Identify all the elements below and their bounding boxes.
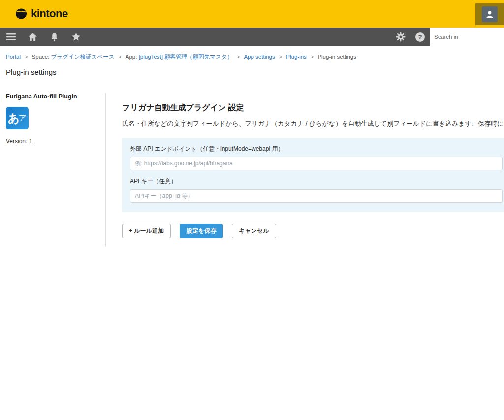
global-navbar: ?	[0, 28, 504, 46]
help-icon[interactable]: ?	[415, 32, 425, 42]
breadcrumb-link-space[interactable]: プラグイン検証スペース	[51, 54, 115, 60]
breadcrumb-separator: >	[118, 54, 121, 60]
breadcrumb-separator: >	[25, 54, 28, 60]
breadcrumb-link-plugins[interactable]: Plug-ins	[286, 54, 307, 60]
settings-description: 氏名・住所などの文字列フィールドから、フリガナ（カタカナ / ひらがな）を自動生…	[122, 119, 504, 128]
settings-title: フリガナ自動生成プラグイン 設定	[122, 103, 504, 113]
endpoint-label: 外部 API エンドポイント（任意・inputMode=webapi 用）	[130, 145, 503, 153]
plugin-name: Furigana Auto-fill Plugin	[6, 93, 105, 100]
user-menu-button[interactable]	[475, 3, 504, 25]
settings-form-panel: 外部 API エンドポイント（任意・inputMode=webapi 用） AP…	[122, 138, 504, 212]
kintone-logo[interactable]: kintone	[15, 7, 68, 20]
home-icon[interactable]	[28, 32, 37, 42]
plugin-icon-char-left: あ	[8, 111, 20, 126]
kintone-logo-text: kintone	[31, 7, 68, 20]
user-icon	[485, 9, 495, 19]
apikey-label: API キー（任意）	[130, 177, 503, 186]
plugin-icon-char-right: ア	[19, 113, 27, 124]
page-title: Plug-in settings	[6, 68, 504, 76]
hamburger-menu-icon[interactable]	[6, 32, 16, 42]
breadcrumb-prefix-space: Space:	[32, 54, 51, 60]
search-input[interactable]	[430, 28, 504, 46]
plugin-settings-main: フリガナ自動生成プラグイン 設定 氏名・住所などの文字列フィールドから、フリガナ…	[106, 93, 504, 247]
breadcrumb-link-app-settings[interactable]: App settings	[244, 54, 275, 60]
breadcrumb-current: Plug-in settings	[317, 54, 356, 60]
breadcrumb-link-portal[interactable]: Portal	[6, 54, 21, 60]
breadcrumb-separator: >	[311, 54, 314, 60]
breadcrumb: Portal > Space: プラグイン検証スペース > App: [plug…	[0, 46, 504, 61]
settings-gear-icon[interactable]	[396, 32, 406, 42]
avatar	[482, 6, 498, 22]
breadcrumb-prefix-app: App:	[126, 54, 139, 60]
action-buttons: + ルール追加 設定を保存 キャンセル	[122, 224, 504, 238]
breadcrumb-link-app[interactable]: [plugTest] 顧客管理（顧問先マスタ）	[139, 54, 233, 60]
plugin-version: Version: 1	[6, 138, 105, 145]
breadcrumb-separator: >	[237, 54, 240, 60]
kintone-logo-icon	[15, 7, 28, 20]
favorites-star-icon[interactable]	[71, 32, 81, 42]
plugin-sidebar: Furigana Auto-fill Plugin あ ア Version: 1	[0, 93, 106, 247]
cancel-button[interactable]: キャンセル	[232, 224, 276, 238]
endpoint-input[interactable]	[130, 157, 503, 170]
add-rule-button[interactable]: + ルール追加	[122, 224, 171, 238]
save-settings-button[interactable]: 設定を保存	[180, 224, 223, 238]
notifications-bell-icon[interactable]	[49, 32, 59, 42]
breadcrumb-separator: >	[279, 54, 282, 60]
plugin-icon: あ ア	[6, 107, 29, 129]
content-area: Furigana Auto-fill Plugin あ ア Version: 1…	[0, 93, 504, 247]
brand-header: kintone	[0, 0, 504, 28]
apikey-input[interactable]	[130, 189, 503, 203]
